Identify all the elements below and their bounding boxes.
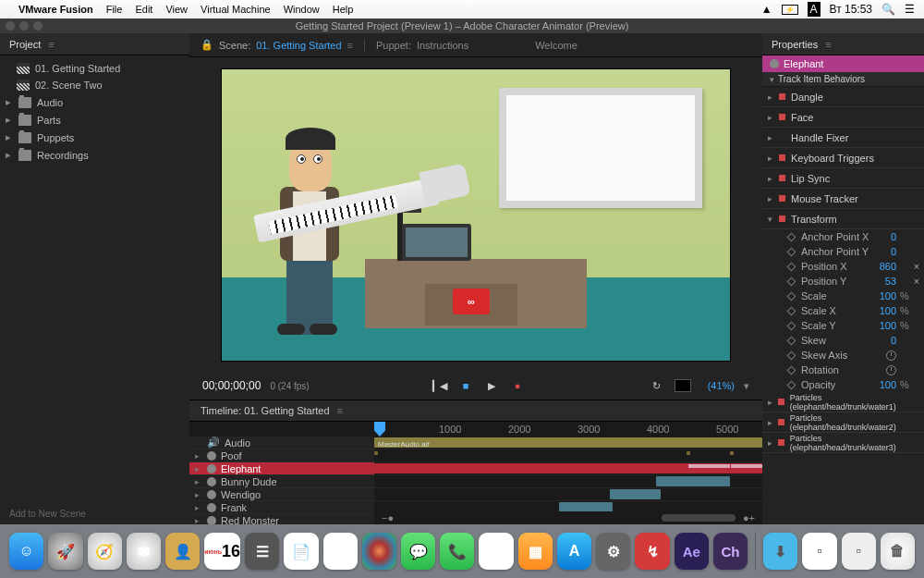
keyframe-icon[interactable]	[787, 277, 796, 286]
project-panel-header[interactable]: Project≡	[0, 33, 189, 55]
transform-property[interactable]: Scale100%	[762, 289, 924, 303]
properties-header[interactable]: Properties≡	[762, 33, 924, 55]
selected-object[interactable]: Elephant	[762, 55, 924, 72]
keyframe-icon[interactable]	[787, 291, 796, 301]
timeline-track-selected[interactable]: Elephant	[189, 462, 374, 475]
dock-app-icon[interactable]: ▫	[842, 533, 876, 570]
project-folder[interactable]: Parts	[0, 111, 189, 129]
zoom-percent[interactable]: (41%)	[708, 380, 735, 391]
dock-app-icon[interactable]: 🚀	[48, 533, 82, 570]
transform-property[interactable]: Skew Axis	[762, 348, 924, 363]
notification-icon[interactable]: ☰	[905, 3, 915, 16]
dock-app-icon[interactable]: 🧭	[88, 533, 122, 570]
transform-property[interactable]: Scale Y100%	[762, 318, 924, 333]
dock-app-icon[interactable]: июнь16	[204, 533, 240, 570]
timeline-header[interactable]: Timeline: 01. Getting Started≡	[189, 400, 762, 422]
dock-app-icon[interactable]: ⬇	[763, 533, 797, 570]
dock-app-icon[interactable]: A	[557, 533, 591, 570]
timeline-track[interactable]: Bunny Dude	[189, 475, 374, 488]
dock-app-icon[interactable]: ▦	[518, 533, 553, 570]
behavior-item[interactable]: Handle Fixer	[762, 128, 924, 148]
timeline-clips-area[interactable]: 1000 2000 3000 4000 5000 MasterAudio.aif	[374, 422, 762, 524]
menu-file[interactable]: File	[106, 4, 123, 15]
enabled-icon[interactable]	[779, 154, 785, 161]
timeline-track[interactable]: Poof	[189, 449, 374, 462]
dock-app-icon[interactable]: ☺	[9, 533, 43, 570]
dock-app-icon[interactable]: 📞	[440, 533, 474, 570]
transform-property[interactable]: Position X860×	[762, 259, 924, 274]
clip[interactable]	[656, 476, 730, 486]
lock-icon[interactable]: 🔒	[201, 39, 213, 51]
enabled-icon[interactable]	[779, 215, 785, 222]
panel-menu-icon[interactable]: ≡	[825, 39, 831, 50]
keyframe-icon[interactable]	[787, 232, 796, 241]
transform-property[interactable]: Scale X100%	[762, 303, 924, 318]
enabled-icon[interactable]	[779, 93, 785, 100]
menu-view[interactable]: View	[165, 4, 188, 15]
timeline-track[interactable]: Wendigo	[189, 488, 374, 501]
timeline-track[interactable]: Frank	[189, 501, 374, 514]
transform-property[interactable]: Anchor Point Y0	[762, 244, 924, 259]
project-folder[interactable]: Recordings	[0, 146, 189, 164]
keyframe-icon[interactable]	[787, 262, 796, 271]
project-item-scene[interactable]: 01. Getting Started	[0, 60, 189, 77]
behaviors-section[interactable]: Track Item Behaviors	[762, 72, 924, 87]
keyframe-icon[interactable]	[787, 247, 796, 256]
menu-window[interactable]: Window	[284, 4, 320, 15]
dock-app-icon[interactable]: 👤	[165, 533, 200, 570]
reset-icon[interactable]: ×	[913, 276, 920, 287]
add-to-new-scene[interactable]: Add to New Scene	[0, 504, 189, 524]
transform-property[interactable]: Position Y53×	[762, 274, 924, 289]
dock-app-icon[interactable]: 💬	[401, 533, 435, 570]
reset-icon[interactable]: ×	[913, 261, 920, 272]
zoom-chevron-icon[interactable]: ▾	[744, 380, 749, 392]
audio-clip[interactable]: MasterAudio.aif	[374, 437, 762, 448]
menu-edit[interactable]: Edit	[135, 4, 152, 15]
enabled-icon[interactable]	[778, 399, 784, 405]
welcome-tab[interactable]: Welcome	[535, 40, 578, 51]
dock-app-icon[interactable]: ▫	[802, 533, 836, 570]
transform-section[interactable]: Transform	[762, 209, 924, 229]
enabled-icon[interactable]	[778, 419, 784, 425]
transform-property[interactable]: Opacity100%	[762, 377, 924, 392]
particles-item[interactable]: Particles (elephant/head/trunk/water1)	[762, 392, 924, 412]
project-item-scene[interactable]: 02. Scene Two	[0, 77, 189, 93]
particles-item[interactable]: Particles (elephant/head/trunk/water2)	[762, 412, 924, 433]
timecode[interactable]: 00;00;00;00	[202, 379, 261, 392]
behavior-item[interactable]: Lip Sync	[762, 168, 924, 189]
keyframe-icon[interactable]	[787, 306, 796, 315]
scene-name[interactable]: 01. Getting Started	[256, 40, 341, 51]
dock-app-icon[interactable]: ⚙	[596, 533, 630, 570]
enabled-icon[interactable]	[778, 439, 784, 446]
keyframe-icon[interactable]	[787, 321, 796, 330]
bg-swatch[interactable]	[675, 379, 691, 392]
keyframe-icon[interactable]	[787, 365, 796, 375]
menu-vm[interactable]: Virtual Machine	[201, 4, 271, 15]
scene-menu-icon[interactable]: ≡	[347, 40, 353, 51]
keyboard-icon[interactable]: A	[808, 2, 821, 17]
timeline-scrollbar[interactable]: −● ●+	[374, 511, 762, 524]
clip[interactable]	[687, 451, 690, 455]
traffic-lights[interactable]	[6, 21, 43, 31]
transform-property[interactable]: Anchor Point X0	[762, 229, 924, 244]
enabled-icon[interactable]	[779, 114, 785, 120]
record-button[interactable]: ●	[509, 377, 526, 394]
zoom-plus-icon[interactable]: ●+	[743, 512, 755, 523]
dock-app-icon[interactable]: ✉	[127, 533, 161, 570]
behavior-item[interactable]: Dangle	[762, 87, 924, 107]
behavior-item[interactable]: Face	[762, 107, 924, 128]
battery-icon[interactable]: ⚡	[782, 5, 798, 15]
dock-app-icon[interactable]: ☰	[245, 533, 279, 570]
dock-app-icon[interactable]: Ae	[675, 533, 709, 570]
dock-app-icon[interactable]: ↯	[635, 533, 669, 570]
keyframe-icon[interactable]	[787, 336, 796, 345]
enabled-icon[interactable]	[779, 175, 785, 181]
menubar-time[interactable]: Вт 15:53	[830, 3, 872, 16]
dock-app-icon[interactable]: ♫	[479, 533, 513, 570]
scroll-thumb[interactable]	[662, 514, 736, 522]
keyframe-icon[interactable]	[787, 380, 796, 389]
menubar-app[interactable]: VMware Fusion	[18, 4, 93, 15]
timeline-track[interactable]: 🔊Audio	[189, 437, 374, 449]
behavior-item[interactable]: Keyboard Triggers	[762, 148, 924, 168]
dock-app-icon[interactable]: 🖼	[323, 533, 358, 570]
